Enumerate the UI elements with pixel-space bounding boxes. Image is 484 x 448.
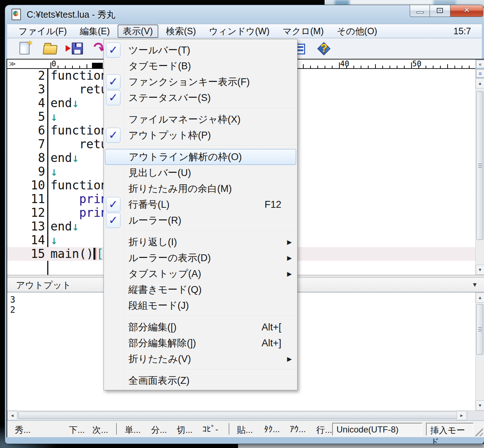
code-text: main()[E xyxy=(50,247,111,261)
submenu-arrow-icon: ▶ xyxy=(287,355,292,363)
scroll-left-button[interactable]: ◄ xyxy=(7,411,17,420)
ruler-tick xyxy=(303,64,304,68)
menu-item[interactable]: 全画面表示(Z) xyxy=(104,373,297,388)
statusbar-item[interactable]: 切... xyxy=(177,424,193,436)
menubar-item[interactable]: その他(O) xyxy=(331,25,383,38)
save-button[interactable] xyxy=(67,41,83,57)
window-controls: ✕ xyxy=(410,5,483,17)
close-button[interactable]: ✕ xyxy=(450,5,483,17)
menu-item-label: 全画面表示(Z) xyxy=(128,374,189,387)
ruler-number: 50 xyxy=(412,60,421,68)
insert-mode-field[interactable]: 挿入モード xyxy=(426,423,474,436)
menu-item[interactable]: 縦書きモード(Q) xyxy=(104,282,297,298)
encoding-field[interactable]: Unicode(UTF-8) xyxy=(332,423,422,436)
scroll-down-button[interactable]: ▼ xyxy=(476,400,484,410)
ruler-tick xyxy=(317,66,318,68)
menu-item[interactable]: ファイルマネージャ枠(X) xyxy=(104,111,297,127)
menu-item[interactable]: ルーラーの表示(D)▶ xyxy=(104,250,297,266)
scrollbar-thumb[interactable] xyxy=(476,91,483,240)
minimize-button[interactable] xyxy=(410,5,430,17)
open-file-button[interactable] xyxy=(42,41,58,57)
menu-item[interactable]: ✓ツールバー(T) xyxy=(104,42,297,58)
maximize-button[interactable] xyxy=(430,5,450,17)
menu-item[interactable]: 折りたたみ用の余白(M) xyxy=(104,181,297,197)
menubar-item[interactable]: ファイル(F) xyxy=(13,25,72,38)
checkmark-icon: ✓ xyxy=(106,90,120,105)
statusbar-item[interactable]: ｱｳ... xyxy=(290,424,306,434)
menu-separator xyxy=(104,228,297,234)
code-segment: ↓ xyxy=(50,233,58,247)
ruler-tick xyxy=(87,64,87,68)
statusbar-item[interactable]: 秀... xyxy=(15,424,31,436)
code-text: function xyxy=(50,124,108,137)
statusbar-item[interactable]: ﾀｸ... xyxy=(264,424,280,434)
menu-item[interactable]: タブモード(B) xyxy=(104,58,297,74)
ruler-tick xyxy=(339,62,340,68)
horizontal-scrollbar[interactable]: ◄ ► xyxy=(7,410,484,420)
scrollbar-thumb[interactable] xyxy=(476,304,483,355)
menu-shortcut: Alt+[ xyxy=(261,322,281,333)
statusbar-item[interactable]: 分... xyxy=(151,424,167,436)
code-text: end↓ xyxy=(50,96,79,110)
menubar-item[interactable]: 編集(E) xyxy=(74,25,115,38)
cursor-position-indicator: 15:7 xyxy=(453,26,476,36)
menu-item[interactable]: 見出しバー(U) xyxy=(104,165,297,181)
code-text: ↓ xyxy=(50,110,58,124)
code-text: ↓ xyxy=(50,165,58,179)
new-file-button[interactable]: ✶ xyxy=(17,41,32,57)
scroll-up-button[interactable]: ▲ xyxy=(476,78,484,88)
code-text: function xyxy=(50,179,108,192)
menu-item[interactable]: ✓ステータスバー(S) xyxy=(104,90,297,106)
ruler-tick xyxy=(404,66,405,68)
help-button[interactable]: ? xyxy=(316,41,332,57)
statusbar-item[interactable]: ｺﾋﾟ- xyxy=(202,424,218,434)
code-segment: ↓ xyxy=(50,110,58,124)
menu-item[interactable]: 部分編集([)Alt+[ xyxy=(104,319,297,335)
code-segment: ↓ xyxy=(50,164,58,179)
menu-item-label: ルーラー(R) xyxy=(128,214,181,227)
menu-item-label: タブストップ(A) xyxy=(128,267,201,280)
ruler-number: 0 xyxy=(52,60,56,68)
scroll-right-button[interactable]: ► xyxy=(457,411,467,420)
line-number: 11 xyxy=(7,192,45,206)
editor-vertical-scrollbar[interactable]: ▲ ▼ xyxy=(475,78,484,275)
collapse-button[interactable]: « xyxy=(476,60,484,68)
statusbar-item[interactable]: 次... xyxy=(92,424,108,436)
code-text: end↓ xyxy=(50,220,79,233)
menu-item-label: タブモード(B) xyxy=(128,60,191,73)
outline-list-button[interactable]: ≡ xyxy=(476,69,484,78)
menu-shortcut: Alt+] xyxy=(261,338,281,349)
menu-item[interactable]: 折り返し(I)▶ xyxy=(104,234,297,250)
statusbar-item[interactable]: 行... xyxy=(316,424,332,436)
statusbar-item[interactable]: 単... xyxy=(125,424,141,436)
menubar-item[interactable]: マクロ(M) xyxy=(277,25,329,38)
menubar-item[interactable]: 検索(S) xyxy=(160,25,201,38)
menu-item[interactable]: 部分編集解除(])Alt+] xyxy=(104,335,297,351)
scrollbar-thumb[interactable] xyxy=(18,412,467,419)
checkmark-icon: ✓ xyxy=(106,128,120,143)
menu-item[interactable]: アウトライン解析の枠(O) xyxy=(105,149,296,165)
menu-item[interactable]: 段組モード(J) xyxy=(104,298,297,313)
menu-item[interactable]: ✓ファンクションキー表示(F) xyxy=(104,74,297,90)
menubar-item[interactable]: 表示(V) xyxy=(118,25,158,38)
menu-item[interactable]: ✓ルーラー(R) xyxy=(104,212,297,228)
scroll-up-button[interactable]: ▲ xyxy=(476,293,484,303)
line-number: 14 xyxy=(7,233,45,247)
menubar-item[interactable]: ウィンドウ(W) xyxy=(203,25,275,38)
menu-item[interactable]: タブストップ(A)▶ xyxy=(104,266,297,282)
menu-item-label: 見出しバー(U) xyxy=(128,166,191,179)
statusbar-item[interactable]: 下... xyxy=(69,424,85,436)
output-vertical-scrollbar[interactable]: ▲ ▼ xyxy=(475,293,484,410)
menu-item[interactable]: ✓行番号(L)F12 xyxy=(104,197,297,212)
menu-item[interactable]: 折りたたみ(V)▶ xyxy=(104,351,297,367)
ruler-tick xyxy=(325,66,325,68)
resize-grip[interactable] xyxy=(473,426,483,436)
menu-item[interactable]: ✓アウトプット枠(P) xyxy=(104,127,297,143)
code-text: prin xyxy=(50,192,108,206)
checkmark-icon: ✓ xyxy=(106,43,120,58)
scroll-down-button[interactable]: ▼ xyxy=(476,265,484,275)
menubar: ファイル(F)編集(E)表示(V)検索(S)ウィンドウ(W)マクロ(M)その他(… xyxy=(7,24,482,38)
statusbar-item[interactable]: 貼... xyxy=(237,424,253,436)
output-menu-button[interactable]: ▼ xyxy=(472,278,478,292)
menu-item-label: 折りたたみ(V) xyxy=(128,352,191,365)
